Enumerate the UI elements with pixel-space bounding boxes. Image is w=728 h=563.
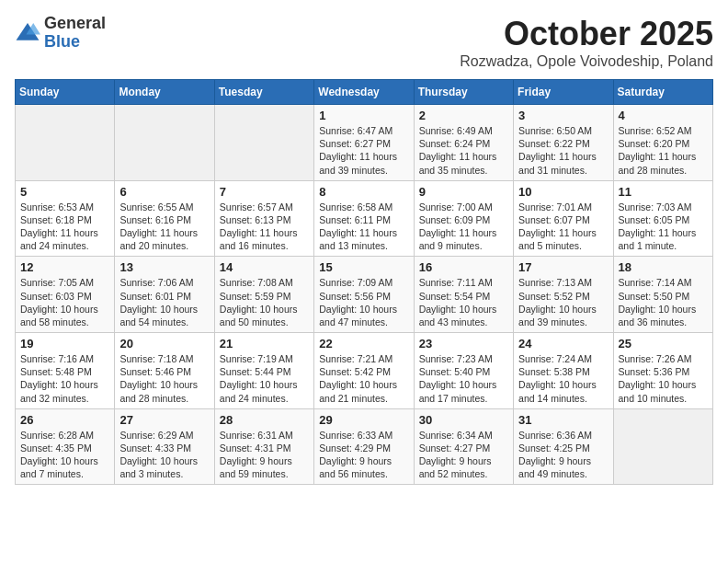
title-block: October 2025 Rozwadza, Opole Voivodeship… [460, 15, 713, 70]
day-info: Sunrise: 7:18 AMSunset: 5:46 PMDaylight:… [119, 352, 209, 405]
calendar-cell: 12Sunrise: 7:05 AMSunset: 6:03 PMDayligh… [16, 257, 115, 333]
day-info: Sunrise: 7:06 AMSunset: 6:01 PMDaylight:… [119, 276, 209, 328]
calendar-cell: 7Sunrise: 6:57 AMSunset: 6:13 PMDaylight… [214, 180, 313, 257]
header-day: Friday [514, 80, 613, 105]
calendar-cell: 28Sunrise: 6:31 AMSunset: 4:31 PMDayligh… [214, 408, 313, 485]
header-row: SundayMondayTuesdayWednesdayThursdayFrid… [16, 80, 713, 105]
calendar-week: 26Sunrise: 6:28 AMSunset: 4:35 PMDayligh… [16, 408, 713, 485]
day-info: Sunrise: 7:11 AMSunset: 5:54 PMDaylight:… [419, 276, 508, 328]
day-number: 5 [20, 185, 109, 199]
calendar-table: SundayMondayTuesdayWednesdayThursdayFrid… [15, 79, 713, 485]
calendar-cell: 24Sunrise: 7:24 AMSunset: 5:38 PMDayligh… [514, 333, 613, 409]
day-info: Sunrise: 7:16 AMSunset: 5:48 PMDaylight:… [20, 352, 109, 405]
day-number: 12 [20, 260, 109, 274]
day-number: 29 [319, 413, 408, 427]
calendar-header: SundayMondayTuesdayWednesdayThursdayFrid… [16, 80, 713, 105]
day-info: Sunrise: 6:52 AMSunset: 6:20 PMDaylight:… [619, 124, 708, 177]
calendar-cell: 5Sunrise: 6:53 AMSunset: 6:18 PMDaylight… [16, 180, 115, 257]
day-number: 21 [220, 337, 309, 350]
day-number: 1 [319, 109, 408, 122]
day-number: 14 [220, 260, 309, 274]
day-number: 8 [319, 185, 408, 199]
day-info: Sunrise: 7:01 AMSunset: 6:07 PMDaylight:… [518, 201, 608, 253]
day-info: Sunrise: 6:57 AMSunset: 6:13 PMDaylight:… [220, 201, 309, 253]
day-info: Sunrise: 6:28 AMSunset: 4:35 PMDaylight:… [20, 429, 109, 481]
calendar-body: 1Sunrise: 6:47 AMSunset: 6:27 PMDaylight… [16, 105, 713, 485]
day-info: Sunrise: 7:23 AMSunset: 5:40 PMDaylight:… [419, 352, 508, 405]
logo-blue: Blue [44, 33, 106, 52]
location: Rozwadza, Opole Voivodeship, Poland [460, 53, 713, 70]
day-number: 22 [319, 337, 408, 350]
day-number: 11 [619, 185, 708, 199]
calendar-cell: 8Sunrise: 6:58 AMSunset: 6:11 PMDaylight… [314, 180, 414, 257]
day-info: Sunrise: 7:05 AMSunset: 6:03 PMDaylight:… [20, 276, 109, 328]
calendar-cell [613, 408, 712, 485]
header-day: Wednesday [314, 80, 414, 105]
calendar-cell: 3Sunrise: 6:50 AMSunset: 6:22 PMDaylight… [514, 105, 613, 181]
calendar-cell [16, 105, 115, 181]
day-info: Sunrise: 7:21 AMSunset: 5:42 PMDaylight:… [319, 352, 408, 405]
day-number: 30 [419, 413, 508, 427]
day-info: Sunrise: 7:14 AMSunset: 5:50 PMDaylight:… [619, 276, 708, 328]
logo-general: General [44, 15, 106, 33]
calendar-cell: 16Sunrise: 7:11 AMSunset: 5:54 PMDayligh… [414, 257, 513, 333]
day-number: 3 [518, 109, 608, 122]
day-info: Sunrise: 6:55 AMSunset: 6:16 PMDaylight:… [119, 201, 209, 253]
day-number: 28 [220, 413, 309, 427]
calendar-cell: 6Sunrise: 6:55 AMSunset: 6:16 PMDaylight… [115, 180, 214, 257]
calendar-week: 12Sunrise: 7:05 AMSunset: 6:03 PMDayligh… [16, 257, 713, 333]
month-title: October 2025 [460, 15, 713, 53]
calendar-cell: 11Sunrise: 7:03 AMSunset: 6:05 PMDayligh… [613, 180, 712, 257]
day-number: 19 [20, 337, 109, 350]
day-number: 18 [619, 260, 708, 274]
calendar-cell: 29Sunrise: 6:33 AMSunset: 4:29 PMDayligh… [314, 408, 414, 485]
calendar-cell: 20Sunrise: 7:18 AMSunset: 5:46 PMDayligh… [115, 333, 214, 409]
calendar-cell: 13Sunrise: 7:06 AMSunset: 6:01 PMDayligh… [115, 257, 214, 333]
day-number: 2 [419, 109, 508, 122]
day-number: 4 [619, 109, 708, 122]
day-info: Sunrise: 6:49 AMSunset: 6:24 PMDaylight:… [419, 124, 508, 177]
header-day: Saturday [613, 80, 712, 105]
day-number: 6 [119, 185, 209, 199]
calendar-cell: 22Sunrise: 7:21 AMSunset: 5:42 PMDayligh… [314, 333, 414, 409]
calendar-cell: 4Sunrise: 6:52 AMSunset: 6:20 PMDaylight… [613, 105, 712, 181]
day-info: Sunrise: 7:08 AMSunset: 5:59 PMDaylight:… [220, 276, 309, 328]
calendar-week: 5Sunrise: 6:53 AMSunset: 6:18 PMDaylight… [16, 180, 713, 257]
day-number: 24 [518, 337, 608, 350]
calendar-cell: 10Sunrise: 7:01 AMSunset: 6:07 PMDayligh… [514, 180, 613, 257]
calendar-cell [115, 105, 214, 181]
day-info: Sunrise: 7:19 AMSunset: 5:44 PMDaylight:… [220, 352, 309, 405]
header-day: Tuesday [214, 80, 313, 105]
day-info: Sunrise: 7:09 AMSunset: 5:56 PMDaylight:… [319, 276, 408, 328]
logo-icon [15, 20, 40, 46]
day-number: 27 [119, 413, 209, 427]
day-info: Sunrise: 7:26 AMSunset: 5:36 PMDaylight:… [619, 352, 708, 405]
day-number: 7 [220, 185, 309, 199]
day-info: Sunrise: 7:00 AMSunset: 6:09 PMDaylight:… [419, 201, 508, 253]
calendar-cell: 17Sunrise: 7:13 AMSunset: 5:52 PMDayligh… [514, 257, 613, 333]
day-number: 26 [20, 413, 109, 427]
day-info: Sunrise: 6:36 AMSunset: 4:25 PMDaylight:… [518, 429, 608, 481]
calendar-cell: 1Sunrise: 6:47 AMSunset: 6:27 PMDaylight… [314, 105, 414, 181]
day-info: Sunrise: 6:50 AMSunset: 6:22 PMDaylight:… [518, 124, 608, 177]
calendar-cell: 15Sunrise: 7:09 AMSunset: 5:56 PMDayligh… [314, 257, 414, 333]
day-number: 31 [518, 413, 608, 427]
calendar-cell: 2Sunrise: 6:49 AMSunset: 6:24 PMDaylight… [414, 105, 513, 181]
calendar-week: 19Sunrise: 7:16 AMSunset: 5:48 PMDayligh… [16, 333, 713, 409]
header-day: Thursday [414, 80, 513, 105]
calendar-cell: 27Sunrise: 6:29 AMSunset: 4:33 PMDayligh… [115, 408, 214, 485]
calendar-cell: 31Sunrise: 6:36 AMSunset: 4:25 PMDayligh… [514, 408, 613, 485]
logo: General Blue [15, 15, 106, 52]
day-info: Sunrise: 7:24 AMSunset: 5:38 PMDaylight:… [518, 352, 608, 405]
day-info: Sunrise: 7:13 AMSunset: 5:52 PMDaylight:… [518, 276, 608, 328]
day-info: Sunrise: 6:47 AMSunset: 6:27 PMDaylight:… [319, 124, 408, 177]
day-number: 16 [419, 260, 508, 274]
day-info: Sunrise: 6:29 AMSunset: 4:33 PMDaylight:… [119, 429, 209, 481]
calendar-cell: 9Sunrise: 7:00 AMSunset: 6:09 PMDaylight… [414, 180, 513, 257]
calendar-cell: 23Sunrise: 7:23 AMSunset: 5:40 PMDayligh… [414, 333, 513, 409]
calendar-week: 1Sunrise: 6:47 AMSunset: 6:27 PMDaylight… [16, 105, 713, 181]
calendar-cell: 25Sunrise: 7:26 AMSunset: 5:36 PMDayligh… [613, 333, 712, 409]
day-number: 25 [619, 337, 708, 350]
page-header: General Blue October 2025 Rozwadza, Opol… [15, 15, 713, 70]
logo-text: General Blue [44, 15, 106, 52]
